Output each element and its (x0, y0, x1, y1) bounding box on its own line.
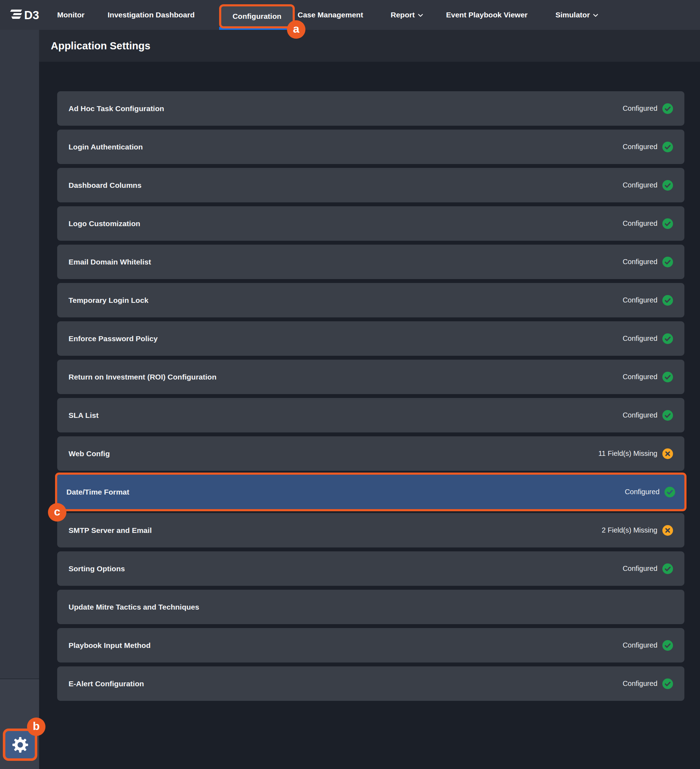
status-text: Configured (623, 296, 657, 304)
setting-title: Logo Customization (69, 219, 140, 228)
annotation-badge-a: a (287, 20, 306, 39)
setting-status: Configured (625, 487, 675, 497)
setting-status: Configured (623, 372, 673, 382)
nav-item-case-management[interactable]: Case Management (298, 0, 363, 30)
setting-title: Sorting Options (69, 565, 125, 573)
configured-check-icon (662, 333, 673, 344)
chevron-down-icon (593, 14, 598, 17)
status-text: Configured (623, 143, 657, 151)
status-text: Configured (623, 181, 657, 189)
nav-item-label: Simulator (555, 11, 590, 19)
settings-row-e-alert-configuration[interactable]: E-Alert Configuration Configured (57, 666, 684, 701)
nav-item-configuration[interactable]: Configuration (219, 4, 295, 28)
status-text: Configured (623, 219, 657, 228)
configured-check-icon (665, 487, 675, 497)
settings-row-ad-hoc-task-configuration[interactable]: Ad Hoc Task Configuration Configured (57, 91, 684, 125)
settings-row-sorting-options[interactable]: Sorting Options Configured (57, 551, 684, 586)
settings-row-web-config[interactable]: Web Config 11 Field(s) Missing (57, 436, 684, 471)
setting-title: Temporary Login Lock (69, 296, 148, 305)
annotation-badge-b: b (27, 718, 45, 736)
sidebar (0, 30, 39, 769)
setting-title: Ad Hoc Task Configuration (69, 105, 164, 113)
svg-text:D3: D3 (24, 8, 39, 22)
settings-panel: Ad Hoc Task Configuration Configured Log… (39, 62, 700, 769)
setting-title: Date/Time Format (66, 488, 129, 496)
configured-check-icon (662, 333, 673, 344)
configured-check-icon (662, 295, 673, 306)
settings-row-playbook-input-method[interactable]: Playbook Input Method Configured (57, 628, 684, 663)
fields-missing-icon (662, 525, 673, 536)
status-text: Configured (623, 641, 657, 649)
settings-row-list: Ad Hoc Task Configuration Configured Log… (0, 0, 700, 769)
fields-missing-icon (662, 449, 673, 459)
nav-item-label: Investigation Dashboard (108, 11, 195, 19)
setting-status: Configured (623, 640, 673, 651)
page-header: Application Settings (39, 30, 700, 62)
configured-check-icon (662, 103, 673, 114)
configured-check-icon (662, 295, 673, 306)
configured-check-icon (662, 142, 673, 152)
nav-item-investigation-dashboard[interactable]: Investigation Dashboard (108, 0, 195, 30)
setting-title: Return on Investment (ROI) Configuration (69, 373, 216, 381)
configured-check-icon (662, 679, 673, 689)
settings-row-update-mitre-tactics-and-techniques[interactable]: Update Mitre Tactics and Techniques (57, 590, 684, 624)
setting-status: Configured (623, 257, 673, 267)
setting-title: Email Domain Whitelist (69, 258, 151, 266)
settings-row-email-domain-whitelist[interactable]: Email Domain Whitelist Configured (57, 245, 684, 279)
setting-title: Web Config (69, 449, 110, 458)
settings-row-smtp-server-and-email[interactable]: SMTP Server and Email 2 Field(s) Missing (57, 513, 684, 547)
configured-check-icon (662, 563, 673, 574)
settings-row-dashboard-columns[interactable]: Dashboard Columns Configured (57, 168, 684, 203)
d3-logo-icon: D3 (9, 7, 48, 23)
nav-item-event-playbook-viewer[interactable]: Event Playbook Viewer (446, 0, 528, 30)
status-text: Configured (623, 258, 657, 266)
d3-logo[interactable]: D3 (9, 7, 48, 23)
top-nav-bar: D3 Monitor Investigation Dashboard Confi… (0, 0, 700, 30)
setting-title: Update Mitre Tactics and Techniques (69, 603, 199, 611)
settings-row-enforce-password-policy[interactable]: Enforce Password Policy Configured (57, 321, 684, 356)
configured-check-icon (662, 372, 673, 382)
nav-item-label: Monitor (57, 11, 85, 19)
fields-missing-icon (662, 449, 673, 459)
configured-check-icon (662, 142, 673, 152)
setting-status: Configured (623, 142, 673, 152)
configured-check-icon (662, 640, 673, 651)
page-title: Application Settings (51, 30, 150, 62)
settings-row-sla-list[interactable]: SLA List Configured (57, 398, 684, 433)
setting-status: 11 Field(s) Missing (599, 449, 673, 459)
nav-item-report[interactable]: Report (391, 0, 423, 30)
configured-check-icon (662, 410, 673, 421)
settings-row-login-authentication[interactable]: Login Authentication Configured (57, 130, 684, 164)
nav-item-simulator[interactable]: Simulator (555, 0, 598, 30)
setting-title: SMTP Server and Email (69, 526, 152, 535)
setting-status: Configured (623, 218, 673, 229)
configured-check-icon (662, 640, 673, 651)
nav-item-monitor[interactable]: Monitor (57, 0, 85, 30)
configured-check-icon (662, 218, 673, 229)
configured-check-icon (662, 257, 673, 267)
status-text: Configured (623, 335, 657, 343)
fields-missing-icon (662, 525, 673, 536)
status-text: Configured (625, 488, 660, 496)
setting-status: Configured (623, 563, 673, 574)
setting-title: Playbook Input Method (69, 641, 151, 650)
settings-row-date-time-format[interactable]: Date/Time Format Configured (55, 473, 687, 511)
nav-item-label: Report (391, 11, 415, 19)
setting-status: Configured (623, 333, 673, 344)
setting-status: Configured (623, 180, 673, 191)
configured-check-icon (662, 180, 673, 191)
setting-status: 2 Field(s) Missing (602, 525, 673, 536)
nav-item-label: Case Management (298, 11, 363, 19)
configured-check-icon (662, 679, 673, 689)
settings-row-logo-customization[interactable]: Logo Customization Configured (57, 206, 684, 241)
chevron-down-icon (418, 14, 423, 17)
settings-row-temporary-login-lock[interactable]: Temporary Login Lock Configured (57, 283, 684, 317)
setting-title: Login Authentication (69, 143, 143, 151)
setting-status: Configured (623, 410, 673, 421)
settings-row-return-on-investment-roi-configuration[interactable]: Return on Investment (ROI) Configuration… (57, 360, 684, 394)
status-text: Configured (623, 105, 657, 113)
status-text: 2 Field(s) Missing (602, 526, 657, 534)
status-text: 11 Field(s) Missing (599, 449, 657, 458)
setting-status: Configured (623, 103, 673, 114)
nav-item-label: Event Playbook Viewer (446, 11, 528, 19)
